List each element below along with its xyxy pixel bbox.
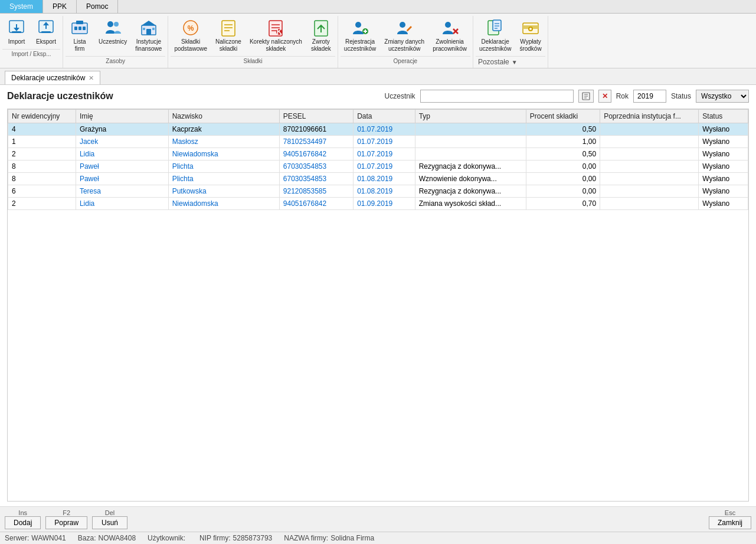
svg-point-14 — [114, 22, 119, 27]
svg-text:K: K — [277, 28, 282, 36]
ribbon-group-zasoby: Lista firm Uczestnicy — [63, 16, 168, 68]
svg-rect-10 — [74, 27, 77, 30]
zamknij-button[interactable]: Zamknij — [709, 516, 751, 529]
ribbon-btn-skladki-podstawowe[interactable]: % Składki podstawowe — [171, 16, 211, 55]
svg-point-34 — [355, 22, 361, 28]
nip-label: NIP firmy: — [199, 534, 230, 542]
pozostale-expand-icon[interactable]: ▼ — [512, 59, 518, 65]
svg-rect-11 — [78, 27, 81, 30]
zwolnienia-label: Zwolnienia pracowników — [433, 38, 467, 53]
tab-close-btn[interactable]: ✕ — [89, 74, 94, 82]
ribbon-btn-instytucje[interactable]: Instytucje finansowe — [132, 16, 165, 55]
baza-value: NOWA8408 — [98, 534, 136, 542]
tab-label: Deklaracje uczestników — [11, 74, 85, 82]
col-header-procent[interactable]: Procent składki — [526, 110, 600, 123]
ribbon-btn-lista-firm[interactable]: Lista firm — [66, 16, 94, 55]
ribbon-group-import-eksport: Import Eksport Import / Eksp... — [0, 16, 63, 68]
korekty-label: Korekty naliczonych składek — [250, 38, 302, 53]
naliczone-skladki-icon — [219, 18, 238, 37]
ribbon: Import Eksport Import / Eksp... — [0, 14, 756, 68]
table-row[interactable]: 1JacekMasłosz7810253449701.07.20191,00Wy… — [8, 136, 748, 148]
svg-rect-18 — [143, 28, 145, 30]
svg-rect-9 — [76, 21, 83, 24]
esc-group: Esc Zamknij — [709, 509, 751, 529]
svg-point-13 — [107, 21, 113, 27]
table-row[interactable]: 4GrażynaKacprzak8702109666101.07.20190,5… — [8, 123, 748, 136]
zwroty-label: Zwroty składek — [311, 38, 331, 53]
svg-rect-43 — [493, 20, 501, 31]
rok-input[interactable] — [633, 90, 666, 103]
ribbon-btn-rejestracja[interactable]: Rejestracja uczestników — [341, 16, 379, 55]
lista-firm-label: Lista firm — [73, 38, 86, 53]
status-bar: Serwer: WAWN041 Baza: NOWA8408 Użytkowni… — [0, 532, 756, 544]
nip-info: NIP firmy: 5285873793 — [199, 534, 272, 542]
ribbon-btn-uczestnicy[interactable]: Uczestnicy — [95, 16, 130, 48]
server-value: WAWN041 — [31, 534, 66, 542]
table-row[interactable]: 8PawełPlichta6703035485301.07.2019Rezygn… — [8, 160, 748, 173]
uzytkownik-info: Użytkownik: — [148, 534, 188, 542]
col-header-status[interactable]: Status — [699, 110, 748, 123]
usun-button[interactable]: Usuń — [92, 516, 127, 529]
col-header-pesel[interactable]: PESEL — [279, 110, 353, 123]
uczestnik-label: Uczestnik — [385, 92, 415, 100]
zmiany-danych-label: Zmiany danych uczestników — [384, 38, 424, 53]
zwroty-icon — [312, 18, 330, 37]
col-header-nazwisko[interactable]: Nazwisko — [168, 110, 279, 123]
data-table-wrapper: Nr ewidencyjny Imię Nazwisko PESEL Data … — [7, 109, 749, 502]
eksport-label: Eksport — [36, 38, 56, 45]
content-area: Deklaracje uczestników Uczestnik ✕ Rok S… — [0, 85, 756, 506]
svg-point-50 — [529, 28, 532, 30]
col-header-nr[interactable]: Nr ewidencyjny — [8, 110, 76, 123]
ribbon-btn-wyplaty[interactable]: Wypłaty środków — [516, 16, 545, 55]
naliczone-skladki-label: Naliczone składki — [215, 38, 241, 53]
skladki-podstawowe-label: Składki podstawowe — [174, 38, 207, 53]
uczestnik-browse-btn[interactable] — [578, 90, 594, 103]
rok-label: Rok — [616, 92, 629, 100]
svg-text:%: % — [188, 24, 194, 32]
popraw-button[interactable]: Popraw — [45, 516, 87, 529]
menu-tab-pomoc[interactable]: Pomoc — [77, 0, 118, 13]
data-table: Nr ewidencyjny Imię Nazwisko PESEL Data … — [8, 109, 748, 210]
uczestnicy-icon — [103, 18, 122, 37]
ribbon-btn-import[interactable]: Import — [2, 16, 31, 48]
svg-rect-19 — [152, 28, 155, 30]
col-header-imie[interactable]: Imię — [76, 110, 168, 123]
status-select[interactable]: Wszystko Wysłano Oczekuje Błąd — [696, 90, 749, 103]
table-row[interactable]: 2LidiaNiewiadomska9405167684201.09.2019Z… — [8, 198, 748, 210]
ribbon-btn-deklaracje[interactable]: Deklaracje uczestników — [476, 16, 515, 55]
ribbon-btn-zwolnienia[interactable]: Zwolnienia pracowników — [429, 16, 470, 55]
import-label: Import — [8, 38, 25, 45]
f2-group: F2 Popraw — [45, 509, 87, 529]
col-header-poprzednia[interactable]: Poprzednia instytucja f... — [600, 110, 699, 123]
ribbon-btn-naliczone-skladki[interactable]: Naliczone składki — [212, 16, 245, 55]
baza-label: Baza: — [78, 534, 96, 542]
zmiany-danych-icon — [395, 18, 414, 37]
col-header-typ[interactable]: Typ — [415, 110, 526, 123]
ribbon-btn-eksport[interactable]: Eksport — [32, 16, 60, 48]
svg-rect-22 — [222, 21, 235, 36]
uczestnik-input[interactable] — [420, 90, 574, 103]
ribbon-group-label-import: Import / Eksp... — [2, 49, 60, 59]
table-row[interactable]: 8PawełPlichta6703035485301.08.2019Wznowi… — [8, 173, 748, 185]
baza-info: Baza: NOWA8408 — [78, 534, 136, 542]
menu-tab-ppk[interactable]: PPK — [43, 0, 77, 13]
zwolnienia-icon — [440, 18, 459, 37]
ribbon-btn-korekty[interactable]: K Korekty naliczonych składek — [246, 16, 306, 55]
menu-tab-system[interactable]: System — [0, 0, 43, 13]
ribbon-group-label-skladki: Składki — [171, 56, 335, 66]
eksport-icon — [37, 18, 55, 37]
ribbon-btn-zmiany-danych[interactable]: Zmiany danych uczestników — [381, 16, 428, 55]
table-row[interactable]: 6TeresaPutkowska9212085358501.08.2019Rez… — [8, 185, 748, 198]
uczestnik-clear-btn[interactable]: ✕ — [598, 90, 611, 103]
col-header-data[interactable]: Data — [354, 110, 415, 123]
del-label: Del — [105, 509, 115, 516]
table-row[interactable]: 2LidiaNiewiadomska9405167684201.07.20190… — [8, 148, 748, 160]
tab-deklaracje-uczestnikow[interactable]: Deklaracje uczestników ✕ — [5, 71, 100, 84]
dodaj-button[interactable]: Dodaj — [5, 516, 41, 529]
tab-bar: Deklaracje uczestników ✕ — [0, 68, 756, 85]
rejestracja-icon — [351, 18, 369, 37]
uzytkownik-label: Użytkownik: — [148, 534, 185, 542]
nazwa-info: NAZWA firmy: Solidna Firma — [284, 534, 374, 542]
ribbon-btn-zwroty[interactable]: Zwroty składek — [307, 16, 335, 55]
ribbon-group-operacje: Rejestracja uczestników Zmiany danych uc… — [338, 16, 473, 68]
